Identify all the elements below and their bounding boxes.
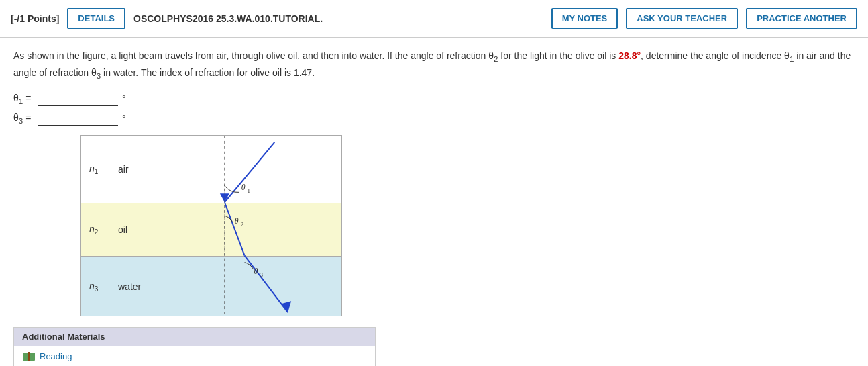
practice-another-button[interactable]: PRACTICE ANOTHER: [746, 8, 857, 29]
theta1-input[interactable]: [38, 92, 118, 106]
content-area: As shown in the figure, a light beam tra…: [0, 38, 868, 366]
layer-water: n3 water: [81, 257, 341, 316]
problem-text: As shown in the figure, a light beam tra…: [13, 48, 855, 83]
input-row-1: θ1 = °: [13, 92, 855, 106]
details-button[interactable]: DETAILS: [67, 8, 125, 29]
ask-teacher-button[interactable]: ASK YOUR TEACHER: [626, 8, 738, 29]
diagram: n1 air n2 oil n3 water: [80, 135, 342, 316]
reading-label: Reading: [40, 351, 72, 361]
additional-materials-box: Additional Materials Reading: [13, 327, 376, 366]
layer-air: n1 air: [81, 136, 341, 203]
n3-label: n3: [89, 281, 98, 293]
reading-icon: [22, 351, 36, 362]
points-label: [-/1 Points]: [11, 13, 59, 24]
materials-body: Reading Tutorial: [14, 346, 375, 366]
highlight-value: 28.8°: [618, 50, 641, 61]
theta1-unit: °: [122, 93, 126, 104]
air-label: air: [118, 164, 129, 175]
theta3-label: θ3 =: [13, 112, 34, 125]
problem-id: OSCOLPHYS2016 25.3.WA.010.TUTORIAL.: [133, 13, 543, 24]
n1-label: n1: [89, 163, 98, 176]
n2-label: n2: [89, 224, 98, 236]
water-label: water: [118, 281, 141, 292]
svg-rect-12: [23, 353, 28, 361]
layer-oil: n2 oil: [81, 203, 341, 257]
materials-header: Additional Materials: [14, 328, 375, 346]
my-notes-button[interactable]: MY NOTES: [551, 8, 618, 29]
svg-rect-14: [28, 352, 30, 361]
theta1-label: θ1 =: [13, 93, 34, 105]
reading-link[interactable]: Reading: [22, 351, 367, 362]
input-row-2: θ3 = °: [13, 111, 855, 126]
theta3-unit: °: [122, 113, 126, 124]
top-bar: [-/1 Points] DETAILS OSCOLPHYS2016 25.3.…: [0, 0, 868, 38]
theta3-input[interactable]: [38, 111, 118, 126]
oil-label: oil: [118, 224, 127, 235]
svg-rect-13: [30, 353, 35, 361]
inputs-section: θ1 = ° θ3 = °: [13, 92, 855, 126]
